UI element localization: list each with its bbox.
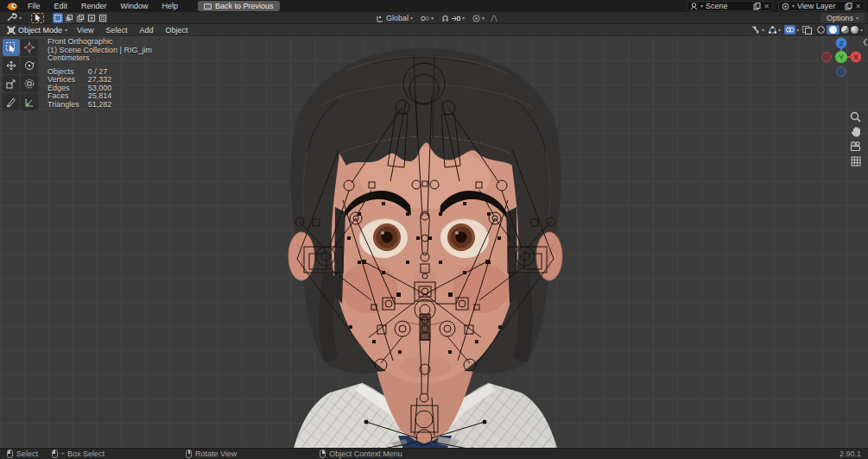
pivot-point-dropdown[interactable]: ▾ <box>418 13 436 23</box>
tool-cursor[interactable] <box>21 39 38 56</box>
blender-version: 2.90.1 <box>839 450 861 458</box>
tool-rotate[interactable] <box>21 57 38 74</box>
sidebar-toggle-arrow[interactable]: ❮ <box>862 38 868 46</box>
shading-solid-button[interactable] <box>827 25 839 35</box>
menu-file[interactable]: File <box>22 1 47 11</box>
proportional-edit-icon <box>472 15 480 22</box>
falloff-curve-icon <box>490 15 498 22</box>
select-mode-subtract-button[interactable] <box>75 13 86 23</box>
tool-move[interactable] <box>3 57 20 74</box>
selectability-filter-dropdown[interactable]: ▾ <box>751 26 764 35</box>
mode-dropdown[interactable]: Object Mode ▾ <box>3 26 71 35</box>
gizmo-icon <box>768 26 777 35</box>
tool-annotate[interactable] <box>3 93 20 110</box>
view-layer-selector[interactable]: ▾ View Layer ✕ <box>778 1 865 11</box>
menu-window[interactable]: Window <box>115 1 155 11</box>
cursor-icon <box>35 14 41 22</box>
snap-group[interactable]: ▾ <box>439 13 467 23</box>
right-mouse-icon <box>320 450 326 458</box>
select-mode-extend-button[interactable] <box>64 13 74 23</box>
menu-select[interactable]: Select <box>99 25 133 35</box>
tool-transform[interactable] <box>21 75 38 92</box>
scene-selector[interactable]: ▾ Scene ✕ <box>687 1 773 11</box>
shading-material-button[interactable] <box>841 26 849 34</box>
tool-shelf <box>3 39 38 110</box>
object-mode-icon <box>7 26 16 35</box>
transform-settings-group: Global ▾ ▾ ▾ ▾ <box>374 12 498 24</box>
chevron-down-icon: ▾ <box>19 16 22 21</box>
shading-wireframe-button[interactable] <box>817 26 825 34</box>
overlays-dropdown[interactable]: ▾ <box>784 25 799 35</box>
back-to-previous-button[interactable]: Back to Previous <box>198 1 280 11</box>
menu-render[interactable]: Render <box>75 1 113 11</box>
select-mode-invert-button[interactable] <box>86 13 97 23</box>
hint-select: Select <box>7 450 38 458</box>
menu-help[interactable]: Help <box>156 1 185 11</box>
back-to-previous-label: Back to Previous <box>215 2 274 10</box>
new-view-layer-icon[interactable] <box>845 3 852 10</box>
tool-select-box[interactable] <box>3 39 20 56</box>
middle-mouse-icon <box>186 450 192 458</box>
new-scene-icon[interactable] <box>753 3 761 10</box>
shading-rendered-button[interactable] <box>851 26 858 34</box>
perspective-toggle-button[interactable] <box>848 154 863 167</box>
proportional-edit-group[interactable]: ▾ <box>470 13 487 23</box>
view-layer-name: View Layer <box>797 2 842 10</box>
orientation-dropdown[interactable]: Global ▾ <box>374 13 415 23</box>
camera-view-button[interactable] <box>848 140 863 153</box>
stat-row-triangles: Triangles51,282 <box>48 101 111 110</box>
left-mouse-icon <box>7 450 13 458</box>
solid-sphere-icon <box>829 26 837 34</box>
select-mode-intersect-button[interactable] <box>98 13 108 23</box>
menu-object[interactable]: Object <box>159 25 193 35</box>
tool-settings-bar: ▾ Global ▾ <box>0 12 868 24</box>
options-dropdown[interactable]: Options ▾ <box>820 13 865 23</box>
left-mouse-drag-icon <box>52 450 58 458</box>
xray-toggle[interactable] <box>802 26 812 35</box>
hint-rotate-view-label: Rotate View <box>195 450 237 458</box>
gizmo-neg-x-axis[interactable] <box>822 53 832 62</box>
orientation-value: Global <box>386 14 409 22</box>
select-mode-set-button[interactable] <box>53 13 63 23</box>
gizmos-dropdown[interactable]: ▾ <box>768 26 781 35</box>
pivot-icon <box>421 15 429 22</box>
hint-box-select: ⇢ Box Select <box>52 450 105 458</box>
shading-mode-group: ▾ <box>815 25 865 35</box>
hint-select-label: Select <box>16 450 38 458</box>
menu-add[interactable]: Add <box>133 25 159 35</box>
chevron-down-icon: ▾ <box>462 16 465 21</box>
blender-logo-icon <box>5 2 18 11</box>
chevron-down-icon: ▾ <box>482 16 485 21</box>
chevron-down-icon: ▾ <box>431 16 434 21</box>
remove-view-layer-icon[interactable]: ✕ <box>855 3 861 10</box>
navigation-gizmo[interactable]: Z X Y <box>821 36 861 81</box>
workspace-icon <box>204 3 212 9</box>
3d-viewport[interactable]: Front Orthographic (1) Scene Collection … <box>0 36 868 448</box>
tool-scale[interactable] <box>3 75 20 92</box>
viewport-header: Object Mode ▾ View Select Add Object ▾ ▾ <box>0 24 868 36</box>
unlink-scene-icon[interactable]: ✕ <box>763 3 770 10</box>
drag-mark: ⇢ <box>59 450 64 457</box>
orientation-icon <box>377 15 384 22</box>
chevron-down-icon: ▾ <box>860 28 863 33</box>
tool-measure[interactable] <box>21 93 38 110</box>
select-box-tool-button[interactable] <box>31 13 44 23</box>
chevron-down-icon: ▾ <box>796 28 799 33</box>
hint-context-menu: Object Context Menu <box>320 450 402 458</box>
gizmo-y-label: Y <box>839 53 844 61</box>
menu-edit[interactable]: Edit <box>48 1 74 11</box>
scene-icon <box>690 3 698 10</box>
menu-view[interactable]: View <box>71 25 99 35</box>
pan-hand-button[interactable] <box>848 125 863 138</box>
chevron-down-icon: ▾ <box>856 16 858 21</box>
select-mode-group <box>53 13 108 23</box>
viewport-stats-overlay: Front Orthographic (1) Scene Collection … <box>48 38 152 109</box>
status-bar: Select ⇢ Box Select Rotate View Object C… <box>0 448 868 459</box>
gizmo-neg-z-axis[interactable] <box>837 67 846 77</box>
chevron-down-icon: ▾ <box>700 3 703 9</box>
active-tool-dropdown[interactable]: ▾ <box>3 13 24 22</box>
hint-context-menu-label: Object Context Menu <box>329 450 402 458</box>
zoom-button[interactable] <box>848 110 863 123</box>
gizmo-z-label: Z <box>839 40 844 47</box>
chevron-down-icon: ▾ <box>65 28 67 33</box>
